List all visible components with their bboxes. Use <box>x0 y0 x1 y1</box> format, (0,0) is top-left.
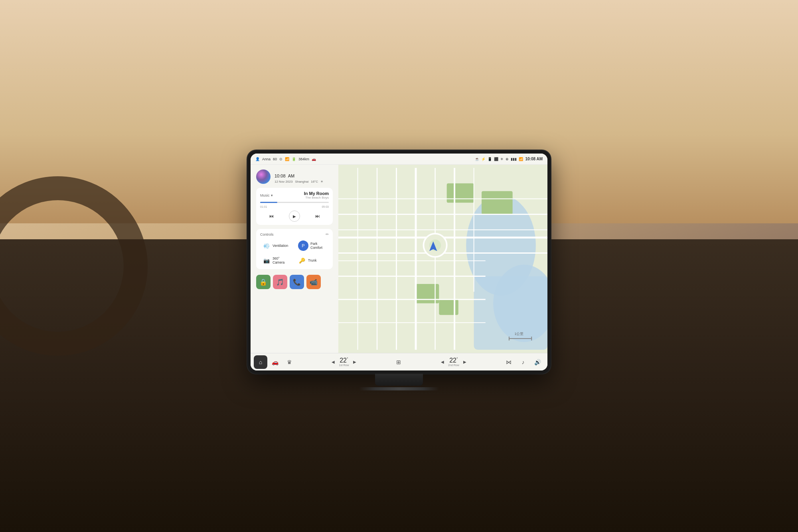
battery-icon: 🔋 <box>292 157 296 161</box>
temp2-display: 22° 2nd Row <box>448 357 459 366</box>
clock-date-row: 12 Nov 2023 Shanghai 16°C ☀ <box>275 180 323 183</box>
clock-time: 10:08 AM <box>275 170 323 179</box>
park-comfort-icon: P <box>298 240 308 251</box>
time-total: 05:03 <box>322 205 329 208</box>
camera-control[interactable]: 📷 360° Camera <box>260 255 293 266</box>
music-bottom-button[interactable]: ♪ <box>516 355 530 369</box>
wifi-icon: 📶 <box>519 157 523 161</box>
controls-label: Controls <box>260 233 274 236</box>
music-header: Music ▾ In My Room The Beach Boys <box>260 191 329 199</box>
clock-temp: 16°C <box>311 180 318 183</box>
svg-text:1公里: 1公里 <box>515 332 524 336</box>
temp2-decrease-button[interactable]: ◀ <box>439 358 446 366</box>
vent-strip <box>359 387 439 390</box>
temp1-label: 1st Row <box>339 364 349 366</box>
music-label[interactable]: Music ▾ <box>260 193 273 197</box>
map-area[interactable]: 1公里 <box>338 165 547 353</box>
car-button[interactable]: 🚗 <box>268 355 282 369</box>
controls-header: Controls ✏ <box>260 232 329 236</box>
temp1-decrease-button[interactable]: ◀ <box>329 358 337 366</box>
music-times: 01:01 05:03 <box>260 205 329 208</box>
play-button[interactable]: ▶ <box>289 211 300 222</box>
user-icon: 👤 <box>255 157 260 161</box>
controls-widget: Controls ✏ 💨 Ventilation P Park Comfort <box>256 229 333 269</box>
clock-widget: 10:08 AM 12 Nov 2023 Shanghai 16°C ☀ <box>256 169 333 184</box>
ventilation-label: Ventilation <box>273 244 288 248</box>
chevron-down-icon: ▾ <box>271 193 273 197</box>
speed-icon: ⊙ <box>279 157 282 161</box>
username: Anna <box>262 157 271 161</box>
bottom-bar: ⌂ 🚗 ♛ ◀ 22° 1st Row ▶ <box>251 353 547 370</box>
svg-rect-29 <box>531 337 532 341</box>
trunk-label: Trunk <box>308 258 316 262</box>
time-current: 01:01 <box>260 205 267 208</box>
left-panel: 10:08 AM 12 Nov 2023 Shanghai 16°C ☀ <box>251 165 338 353</box>
car-infotainment-screen: 👤 Anna 60 ⊙ 📶 🔋 384km 🚗 ☕ ⚡ 📱 ⬛ ✳ <box>247 150 551 382</box>
trunk-control[interactable]: 🔑 Trunk <box>296 255 329 266</box>
status-left: 👤 Anna 60 ⊙ 📶 🔋 384km 🚗 <box>255 157 316 161</box>
status-time: 10:08 AM <box>525 157 543 161</box>
bluetooth-icon: ⚡ <box>481 157 486 161</box>
menu-button[interactable]: ♛ <box>282 355 296 369</box>
prev-button[interactable]: ⏮ <box>267 212 276 221</box>
ventilation-control[interactable]: 💨 Ventilation <box>260 239 293 252</box>
siri-orb[interactable] <box>256 169 271 184</box>
screen-display: 👤 Anna 60 ⊙ 📶 🔋 384km 🚗 ☕ ⚡ 📱 ⬛ ✳ <box>251 154 547 370</box>
controls-grid: 💨 Ventilation P Park Comfort 📷 360° Came… <box>260 239 329 266</box>
temp2-value: 22° <box>449 357 458 364</box>
sun-icon: ☀ <box>320 180 323 183</box>
screen-icon: ⬛ <box>494 157 498 161</box>
clock-info: 10:08 AM 12 Nov 2023 Shanghai 16°C ☀ <box>275 170 323 183</box>
temp1-increase-button[interactable]: ▶ <box>351 358 359 366</box>
wifi-signal-icon: ⊕ <box>506 157 509 161</box>
song-artist: The Beach Boys <box>304 196 329 199</box>
screen-mount <box>375 374 423 386</box>
home-button[interactable]: ⌂ <box>254 355 267 369</box>
temp-control-2nd-row: ◀ 22° 2nd Row ▶ <box>439 357 469 366</box>
music-title-area: In My Room The Beach Boys <box>304 191 329 199</box>
progress-fill <box>260 202 277 203</box>
map-svg: 1公里 <box>338 165 547 353</box>
lock-app-icon[interactable]: 🔒 <box>256 275 271 289</box>
music-widget: Music ▾ In My Room The Beach Boys <box>256 188 333 225</box>
car-icon: 🚗 <box>312 157 316 161</box>
coffee-icon: ☕ <box>475 157 479 161</box>
bottom-center: ⊞ <box>392 355 405 369</box>
clock-ampm: AM <box>288 173 295 178</box>
svg-rect-27 <box>509 338 532 339</box>
status-right: ☕ ⚡ 📱 ⬛ ✳ ⊕ ▮▮▮ 📶 10:08 AM <box>475 157 543 161</box>
music-app-icon[interactable]: 🎵 <box>273 275 287 289</box>
temp1-value: 22° <box>340 357 348 364</box>
phone-icon: 📱 <box>488 157 492 161</box>
park-comfort-control[interactable]: P Park Comfort <box>296 239 329 252</box>
speed-value: 60 <box>273 157 277 161</box>
svg-rect-7 <box>439 299 458 315</box>
fan-button[interactable]: ⋈ <box>502 355 516 369</box>
clock-city: Shanghai <box>295 180 308 183</box>
clock-date: 12 Nov 2023 <box>275 180 292 183</box>
screen-bezel: 👤 Anna 60 ⊙ 📶 🔋 384km 🚗 ☕ ⚡ 📱 ⬛ ✳ <box>247 150 551 374</box>
park-comfort-label: Park Comfort <box>310 242 326 250</box>
temp1-display: 22° 1st Row <box>339 357 349 366</box>
music-controls: ⏮ ▶ ⏭ <box>260 211 329 222</box>
next-button[interactable]: ⏭ <box>313 212 322 221</box>
bottom-nav-left: ⌂ 🚗 ♛ <box>254 355 296 369</box>
edit-icon[interactable]: ✏ <box>326 232 329 236</box>
main-content: 10:08 AM 12 Nov 2023 Shanghai 16°C ☀ <box>251 165 547 353</box>
song-title: In My Room <box>304 191 329 196</box>
ventilation-icon: 💨 <box>263 242 271 250</box>
grid-button[interactable]: ⊞ <box>392 355 405 369</box>
video-app-icon[interactable]: 📹 <box>306 275 321 289</box>
bottom-nav-right: ⋈ ♪ 🔊 <box>502 355 544 369</box>
camera-label: 360° Camera <box>273 256 291 264</box>
signal-icon: 📶 <box>285 157 289 161</box>
progress-bar[interactable] <box>260 202 329 203</box>
bars-icon: ▮▮▮ <box>511 157 517 161</box>
phone-app-icon[interactable]: 📞 <box>290 275 304 289</box>
camera-icon: 📷 <box>263 256 271 264</box>
status-bar: 👤 Anna 60 ⊙ 📶 🔋 384km 🚗 ☕ ⚡ 📱 ⬛ ✳ <box>251 154 547 165</box>
temp2-increase-button[interactable]: ▶ <box>461 358 469 366</box>
volume-button[interactable]: 🔊 <box>531 355 544 369</box>
svg-rect-5 <box>447 183 474 203</box>
svg-rect-28 <box>509 337 510 341</box>
